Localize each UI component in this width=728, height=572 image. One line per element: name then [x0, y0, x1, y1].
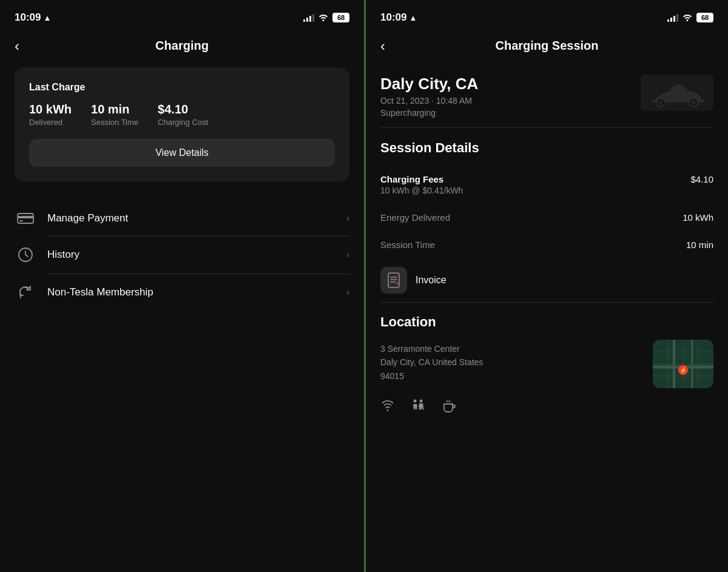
svg-rect-2: [19, 220, 23, 221]
svg-rect-1: [18, 216, 33, 218]
session-time-label: Session Time: [380, 240, 435, 250]
manage-payment-chevron: ›: [346, 213, 349, 224]
charging-fees-row: Charging Fees 10 kWh @ $0.41/kWh $4.10: [366, 166, 728, 204]
left-signal-icon: [303, 13, 314, 22]
right-signal-icon: [667, 13, 678, 22]
history-chevron: ›: [346, 249, 349, 260]
left-back-button[interactable]: ‹: [15, 38, 19, 55]
menu-item-history[interactable]: History ›: [0, 236, 364, 274]
session-info: Daly City, CA Oct 21, 2023 · 10:48 AM Su…: [380, 75, 478, 118]
invoice-row[interactable]: Invoice: [366, 258, 728, 302]
history-label: History: [47, 249, 346, 261]
svg-point-7: [691, 100, 696, 105]
menu-item-manage-payment[interactable]: Manage Payment ›: [0, 201, 364, 236]
right-time: 10:09 ▲: [380, 12, 417, 24]
left-panel: 10:09 ▲ 68 ‹ Charging Last Charge: [0, 0, 364, 572]
stat-time-label: Session Time: [91, 118, 138, 127]
energy-delivered-row: Energy Delivered 10 kWh: [366, 204, 728, 231]
left-status-bar: 10:09 ▲ 68: [0, 0, 364, 32]
stat-cost-value: $4.10: [158, 103, 208, 116]
stat-energy-label: Delivered: [29, 118, 72, 127]
view-details-button[interactable]: View Details: [29, 139, 335, 167]
svg-point-5: [658, 100, 663, 105]
location-address-text: 3 Serramonte Center Daly City, CA United…: [380, 342, 653, 383]
right-back-button[interactable]: ‹: [380, 38, 385, 55]
location-line3: 94015: [380, 369, 653, 383]
charging-fees-left: Charging Fees 10 kWh @ $0.41/kWh: [380, 174, 463, 195]
right-wifi-icon: [682, 13, 693, 23]
charging-fees-value: $4.10: [690, 174, 713, 184]
stat-time-value: 10 min: [91, 103, 138, 116]
right-status-bar: 10:09 ▲ 68: [366, 0, 728, 32]
svg-point-21: [414, 400, 417, 403]
session-city: Daly City, CA: [380, 75, 478, 93]
left-wifi-icon: [318, 13, 329, 23]
refresh-icon: [15, 284, 36, 300]
left-time: 10:09 ▲: [15, 12, 51, 24]
restroom-amenity-icon: [410, 399, 426, 417]
session-time-row: Session Time 10 min: [366, 231, 728, 258]
location-row: 3 Serramonte Center Daly City, CA United…: [366, 340, 728, 388]
energy-delivered-value: 10 kWh: [682, 212, 713, 223]
left-time-text: 10:09: [15, 12, 41, 24]
last-charge-card: Last Charge 10 kWh Delivered 10 min Sess…: [15, 67, 349, 181]
right-panel: 10:09 ▲ 68 ‹ Charging Session Daly City,: [364, 0, 728, 572]
right-status-icons: 68: [667, 13, 713, 23]
right-location-arrow-icon: ▲: [409, 13, 417, 22]
session-details-title: Session Details: [366, 128, 728, 166]
energy-delivered-label: Energy Delivered: [380, 212, 450, 223]
credit-card-icon: [15, 212, 36, 225]
right-battery-badge: 68: [696, 13, 713, 22]
charging-fees-sublabel: 10 kWh @ $0.41/kWh: [380, 186, 463, 195]
stat-energy-value: 10 kWh: [29, 103, 72, 116]
location-arrow-icon: ▲: [43, 13, 51, 22]
history-icon: [15, 247, 36, 263]
right-nav-header: ‹ Charging Session: [366, 32, 728, 62]
session-type: Supercharging: [380, 108, 478, 118]
left-nav-header: ‹ Charging: [0, 32, 364, 62]
map-thumbnail[interactable]: ⚡: [653, 340, 713, 388]
left-status-icons: 68: [303, 13, 349, 23]
right-time-text: 10:09: [380, 12, 406, 24]
stat-cost-label: Charging Cost: [158, 118, 208, 127]
charging-fees-label: Charging Fees: [380, 174, 463, 184]
svg-point-22: [420, 400, 423, 403]
left-page-title: Charging: [155, 39, 209, 53]
manage-payment-label: Manage Payment: [47, 212, 346, 224]
invoice-label: Invoice: [416, 275, 447, 286]
location-address: 3 Serramonte Center Daly City, CA United…: [380, 340, 653, 383]
charge-stats: 10 kWh Delivered 10 min Session Time $4.…: [29, 103, 335, 127]
session-time-value: 10 min: [686, 240, 713, 250]
last-charge-title: Last Charge: [29, 82, 335, 93]
non-tesla-chevron: ›: [346, 287, 349, 298]
session-date: Oct 21, 2023 · 10:48 AM: [380, 96, 478, 106]
non-tesla-label: Non-Tesla Membership: [47, 286, 346, 298]
menu-item-non-tesla[interactable]: Non-Tesla Membership ›: [0, 274, 364, 311]
right-page-title: Charging Session: [495, 39, 598, 53]
stat-time: 10 min Session Time: [91, 103, 138, 127]
stat-cost: $4.10 Charging Cost: [158, 103, 208, 127]
left-battery-badge: 68: [332, 13, 349, 22]
location-title: Location: [366, 302, 728, 340]
amenities-row: [366, 388, 728, 427]
svg-text:⚡: ⚡: [679, 366, 687, 374]
location-line2: Daly City, CA United States: [380, 355, 653, 369]
invoice-icon: [380, 267, 407, 294]
svg-rect-8: [388, 273, 399, 288]
menu-list: Manage Payment › History › Non-Tesla: [0, 201, 364, 311]
location-line1: 3 Serramonte Center: [380, 342, 653, 355]
stat-energy: 10 kWh Delivered: [29, 103, 72, 127]
wifi-amenity-icon: [380, 400, 395, 416]
session-location-header: Daly City, CA Oct 21, 2023 · 10:48 AM Su…: [366, 62, 728, 127]
car-image: [641, 75, 713, 111]
coffee-amenity-icon: [441, 398, 457, 417]
